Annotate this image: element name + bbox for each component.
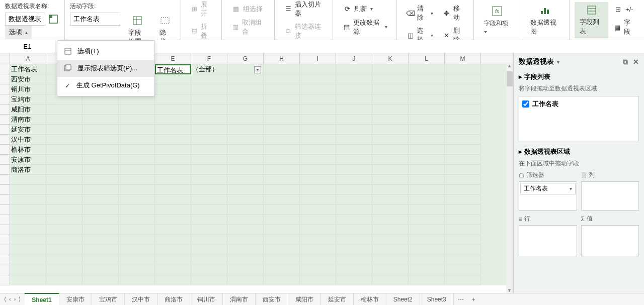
cell[interactable] <box>264 245 300 255</box>
cell[interactable] <box>46 165 83 175</box>
cell[interactable] <box>83 205 119 215</box>
cell[interactable] <box>445 115 481 125</box>
cell[interactable] <box>191 155 227 165</box>
cell[interactable] <box>372 225 409 235</box>
cell[interactable] <box>445 135 481 145</box>
cell[interactable] <box>372 175 409 185</box>
col-header[interactable]: E <box>155 53 191 64</box>
cell[interactable] <box>227 255 264 265</box>
cell[interactable] <box>155 145 191 155</box>
cell[interactable] <box>46 105 83 115</box>
cell[interactable] <box>83 235 119 245</box>
cell[interactable] <box>119 195 155 205</box>
cell[interactable] <box>409 205 445 215</box>
cell[interactable] <box>10 235 46 245</box>
row-header[interactable] <box>0 175 10 185</box>
cell[interactable] <box>83 245 119 255</box>
clear-button[interactable]: ⌫清除▾ <box>402 2 437 24</box>
cell[interactable] <box>336 235 372 245</box>
cell[interactable] <box>445 215 481 225</box>
cell[interactable] <box>119 125 155 135</box>
row-header[interactable] <box>0 245 10 255</box>
cell[interactable] <box>119 225 155 235</box>
cell[interactable] <box>83 115 119 125</box>
field-and-item-button[interactable]: fx 字段和项 <box>479 2 515 38</box>
cell[interactable] <box>372 185 409 195</box>
cell[interactable] <box>409 94 445 105</box>
cell[interactable] <box>227 135 264 145</box>
cell[interactable] <box>227 145 264 155</box>
cell[interactable] <box>445 185 481 195</box>
cell[interactable] <box>83 275 119 285</box>
cell[interactable] <box>227 205 264 215</box>
cell[interactable] <box>227 84 264 94</box>
cell[interactable] <box>300 255 336 265</box>
cell[interactable] <box>409 105 445 115</box>
cell[interactable] <box>409 215 445 225</box>
sheet-tab[interactable]: 宝鸡市 <box>92 293 125 306</box>
sheet-tab[interactable]: 汉中市 <box>125 293 157 306</box>
column-drop-zone[interactable] <box>581 181 639 211</box>
sheet-tab[interactable]: 渭南市 <box>223 293 256 306</box>
cell[interactable] <box>336 155 372 165</box>
cell[interactable] <box>300 74 336 84</box>
row-header[interactable] <box>0 125 10 135</box>
cell[interactable] <box>119 205 155 215</box>
cell[interactable] <box>409 165 445 175</box>
cell[interactable] <box>155 225 191 235</box>
cell[interactable] <box>227 74 264 84</box>
cell[interactable] <box>264 195 300 205</box>
sheet-tab[interactable]: 咸阳市 <box>288 293 321 306</box>
cell[interactable]: 西安市 <box>10 74 46 84</box>
cell[interactable] <box>119 245 155 255</box>
cell[interactable] <box>227 275 264 285</box>
cell[interactable] <box>191 135 227 145</box>
options-dropdown-button[interactable]: 选项▴ <box>5 26 32 39</box>
cell[interactable] <box>300 195 336 205</box>
cell[interactable] <box>445 265 481 275</box>
cell[interactable] <box>119 115 155 125</box>
cell[interactable] <box>46 275 83 285</box>
cell[interactable] <box>119 275 155 285</box>
cell[interactable] <box>83 195 119 205</box>
cell[interactable] <box>119 175 155 185</box>
row-drop-zone[interactable] <box>519 225 577 256</box>
refresh-button[interactable]: ⟳刷新▾ <box>338 2 391 16</box>
cell[interactable] <box>445 145 481 155</box>
cell[interactable] <box>83 125 119 135</box>
row-header[interactable] <box>0 275 10 285</box>
row-header[interactable] <box>0 265 10 275</box>
cell[interactable] <box>264 235 300 245</box>
cell[interactable] <box>83 255 119 265</box>
cell[interactable] <box>445 125 481 135</box>
cell[interactable] <box>336 125 372 135</box>
tab-first-icon[interactable]: ⟨ <box>3 296 7 302</box>
cell[interactable] <box>409 135 445 145</box>
cell[interactable]: 渭南市 <box>10 115 46 125</box>
cell[interactable] <box>227 175 264 185</box>
col-header[interactable]: M <box>445 53 481 64</box>
cell[interactable] <box>191 115 227 125</box>
cell[interactable] <box>119 155 155 165</box>
cell[interactable] <box>10 255 46 265</box>
col-header[interactable]: A <box>10 53 46 64</box>
scroll-up-icon[interactable]: ▲ <box>507 63 512 68</box>
cell[interactable] <box>264 225 300 235</box>
cell[interactable] <box>264 64 300 74</box>
cell[interactable] <box>227 265 264 275</box>
cell[interactable] <box>336 275 372 285</box>
cell[interactable] <box>336 115 372 125</box>
col-header[interactable]: H <box>264 53 300 64</box>
cell[interactable] <box>191 125 227 135</box>
cell[interactable] <box>10 245 46 255</box>
cell[interactable] <box>336 185 372 195</box>
row-header[interactable] <box>0 215 10 225</box>
cell[interactable] <box>119 165 155 175</box>
cell[interactable] <box>409 175 445 185</box>
cell[interactable] <box>46 175 83 185</box>
cell[interactable] <box>372 105 409 115</box>
cell[interactable] <box>372 135 409 145</box>
cell[interactable] <box>336 265 372 275</box>
cell[interactable] <box>445 155 481 165</box>
cell[interactable] <box>119 105 155 115</box>
